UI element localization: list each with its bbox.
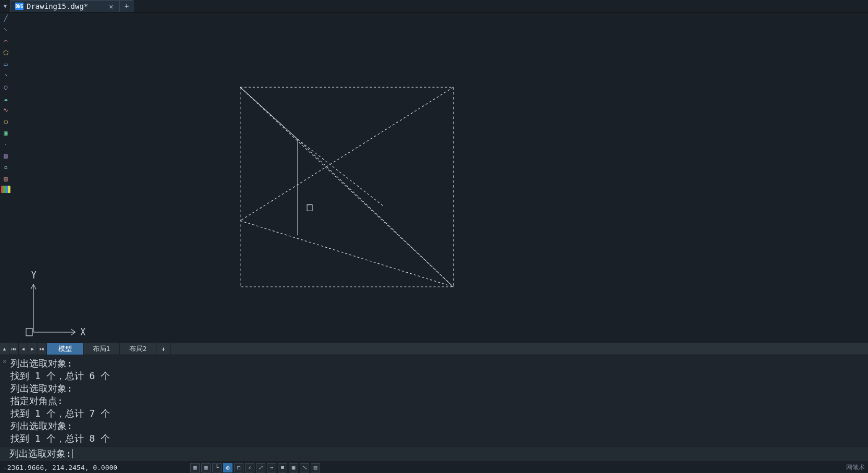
layout-nav-last[interactable]: ⏭ [38, 343, 47, 355]
layout-tab-add[interactable]: + [156, 343, 171, 355]
crosshair-pickbox [307, 205, 312, 211]
layout-tab-1[interactable]: 布局1 [83, 343, 120, 355]
toggle-grid-display[interactable]: ▦ [190, 463, 200, 472]
toggle-otrack[interactable]: ∠ [245, 463, 254, 472]
drawn-line[interactable] [240, 221, 454, 287]
palette-tool[interactable] [1, 186, 10, 193]
rectangle-tool[interactable]: ▭ [1, 59, 10, 69]
layout-nav-up[interactable]: ▲ [0, 343, 9, 355]
xline-tool[interactable]: ⟍ [1, 25, 10, 34]
command-input[interactable]: 列出选取对象: [0, 446, 868, 462]
layout-nav-next[interactable]: ▶ [28, 343, 38, 355]
tab-close-button[interactable]: ✕ [107, 3, 115, 10]
ucs-y-label: Y [31, 269, 36, 281]
toggle-osnap[interactable]: ◎ [223, 463, 233, 472]
drawn-line[interactable] [240, 87, 298, 139]
toggle-dyn-input[interactable]: ⇥ [267, 463, 276, 472]
status-toggles: ▦▦└◎◻∠⤢⇥≡▣⤡▤ [190, 463, 320, 472]
block-tool[interactable]: ▣ [1, 128, 10, 138]
command-history-line: 找到 1 个，总计 8 个 [10, 432, 865, 445]
polygon-tool[interactable]: ⬠ [1, 48, 10, 57]
command-history-line: 指定对角点: [10, 395, 865, 407]
toggle-ortho[interactable]: └ [212, 463, 222, 472]
draw-toolbar: ╱⟍⌒⬠▭◝○☁∿◯▣·▨▫▤ [0, 13, 11, 343]
toggle-polar[interactable]: ◻ [234, 463, 243, 472]
document-tabbar: ▼ DWG Drawing15.dwg* ✕ ＋ [0, 0, 868, 13]
new-tab-button[interactable]: ＋ [120, 0, 133, 12]
layout-nav-first[interactable]: ⏮ [9, 343, 19, 355]
dwg-file-icon: DWG [15, 3, 23, 10]
status-bar: -2361.9666, 214.2454, 0.0000 ▦▦└◎◻∠⤢⇥≡▣⤡… [0, 462, 868, 473]
layout-tab-model[interactable]: 模型 [47, 343, 83, 355]
circle-tool[interactable]: ○ [1, 82, 10, 92]
region-tool[interactable]: ▫ [1, 163, 10, 172]
drawn-line[interactable] [298, 139, 383, 206]
layout-nav-prev[interactable]: ◀ [19, 343, 28, 355]
hatch-tool[interactable]: ▨ [1, 151, 10, 161]
table-tool[interactable]: ▤ [1, 174, 10, 184]
point-tool[interactable]: · [1, 140, 10, 149]
toggle-grid-snap[interactable]: ▦ [201, 463, 211, 472]
status-coordinates: -2361.9666, 214.2454, 0.0000 [3, 464, 117, 471]
command-history-line: 列出选取对象: [10, 357, 865, 370]
svg-rect-0 [26, 329, 32, 336]
tab-dropdown-button[interactable]: ▼ [0, 0, 10, 12]
command-area: ✕ 列出选取对象:找到 1 个，总计 6 个列出选取对象:指定对角点:找到 1 … [0, 355, 868, 446]
line-tool[interactable]: ╱ [1, 14, 10, 23]
arc-tool[interactable]: ◝ [1, 71, 10, 80]
status-right-label: 网笔术 [846, 463, 865, 472]
command-close-button[interactable]: ✕ [0, 355, 9, 446]
toggle-transparency[interactable]: ▣ [289, 463, 298, 472]
polyline-tool[interactable]: ⌒ [1, 37, 10, 46]
command-history-line: 列出选取对象: [10, 420, 865, 432]
command-history-line: 找到 1 个，总计 7 个 [10, 407, 865, 420]
document-tab-title: Drawing15.dwg* [27, 2, 88, 10]
command-history-line: 找到 1 个，总计 6 个 [10, 370, 865, 382]
toggle-lineweight[interactable]: ≡ [278, 463, 287, 472]
command-history-line: 列出选取对象: [10, 382, 865, 395]
spline-tool[interactable]: ∿ [1, 105, 10, 115]
command-history[interactable]: 列出选取对象:找到 1 个，总计 6 个列出选取对象:指定对角点:找到 1 个，… [9, 355, 868, 446]
ellipse-tool[interactable]: ◯ [1, 117, 10, 126]
drawn-line[interactable] [240, 87, 454, 221]
ucs-x-label: X [80, 326, 85, 338]
layout-tabstrip: ▲ ⏮ ◀ ▶ ⏭ 模型 布局1 布局2 + [0, 343, 868, 355]
revcloud-tool[interactable]: ☁ [1, 94, 10, 103]
command-prompt: 列出选取对象: [9, 448, 71, 459]
ucs-icon: YX [26, 269, 85, 337]
drawing-canvas[interactable]: YX [11, 13, 868, 343]
toggle-dynamic-ucs[interactable]: ⤢ [256, 463, 265, 472]
layout-tab-2[interactable]: 布局2 [120, 343, 156, 355]
toggle-qprops[interactable]: ▤ [311, 463, 320, 472]
workspace: ╱⟍⌒⬠▭◝○☁∿◯▣·▨▫▤ YX [0, 13, 868, 343]
document-tab[interactable]: DWG Drawing15.dwg* ✕ [10, 0, 120, 12]
drawing-viewport[interactable]: YX [11, 13, 868, 343]
toggle-selection[interactable]: ⤡ [300, 463, 309, 472]
